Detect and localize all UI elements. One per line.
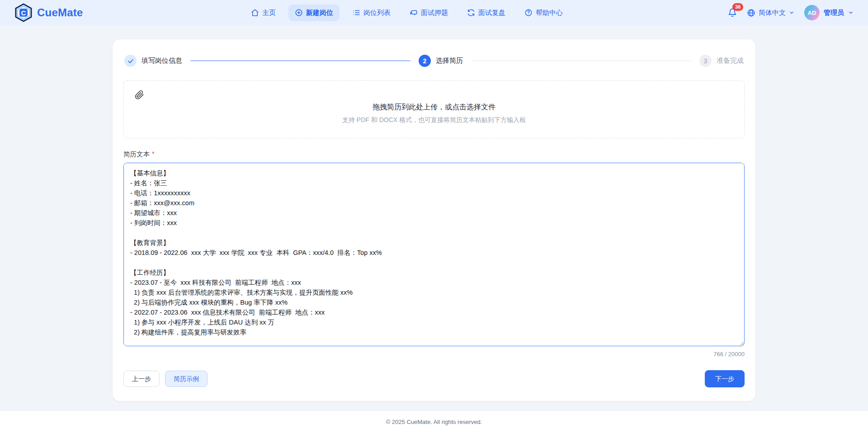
step-select-resume: 2 选择简历 (419, 55, 463, 67)
chevron-down-icon (789, 10, 794, 15)
dropzone-sub-text: 支持 PDF 和 DOCX 格式，也可直接将简历文本粘贴到下方输入框 (135, 116, 733, 124)
step-3-circle: 3 (699, 55, 712, 67)
char-counter: 766 / 20000 (123, 351, 745, 358)
plus-circle-icon (295, 9, 303, 17)
avatar: AD (804, 5, 820, 20)
step-ready: 3 准备完成 (699, 55, 744, 67)
resume-example-button[interactable]: 简历示例 (165, 371, 208, 387)
nav-item-interview-questions[interactable]: 面试押题 (403, 5, 454, 21)
step-2-label: 选择简历 (436, 56, 463, 65)
prev-step-button[interactable]: 上一步 (123, 371, 160, 387)
list-icon (352, 9, 360, 17)
nav-item-home[interactable]: 主页 (245, 5, 282, 21)
dropzone-texts: 拖拽简历到此处上传，或点击选择文件 支持 PDF 和 DOCX 格式，也可直接将… (135, 103, 733, 124)
cuemate-logo-icon: C (14, 3, 33, 22)
step-fill-position-info: 填写岗位信息 (124, 55, 182, 67)
top-navigation: C CueMate 主页 新建岗位 岗位列表 面试押题 面试复盘 帮助中心 (0, 0, 868, 25)
user-menu[interactable]: AD 管理员 (804, 5, 854, 20)
home-icon (251, 9, 259, 17)
nav-right-group: 38 简体中文 AD 管理员 (664, 5, 854, 20)
step-2-circle: 2 (419, 55, 431, 67)
step-1-circle (124, 55, 137, 67)
language-selector[interactable]: 简体中文 (747, 9, 794, 17)
nav-label: 面试复盘 (478, 9, 505, 17)
main-nav: 主页 新建岗位 岗位列表 面试押题 面试复盘 帮助中心 (150, 5, 664, 21)
help-icon (524, 9, 533, 17)
nav-label: 帮助中心 (536, 9, 563, 17)
svg-text:C: C (21, 9, 26, 17)
resume-label-text: 简历文本 (123, 150, 150, 159)
step-connector-done (190, 61, 410, 61)
chevron-down-icon (848, 10, 854, 15)
nav-label: 面试押题 (421, 9, 448, 17)
check-icon (127, 58, 134, 64)
nav-item-position-list[interactable]: 岗位列表 (346, 5, 397, 21)
notification-badge: 38 (732, 3, 743, 11)
resume-text-input[interactable]: 【基本信息】 - 姓名：张三 - 电话：1xxxxxxxxxx - 邮箱：xxx… (123, 163, 745, 346)
required-asterisk: * (152, 150, 155, 159)
wizard-card: 填写岗位信息 2 选择简历 3 准备完成 拖拽简历到此处上传，或点击选择文件 支… (112, 39, 756, 401)
nav-item-help-center[interactable]: 帮助中心 (518, 5, 569, 21)
page-footer: © 2025 CueMate. All rights reserved. (0, 410, 868, 433)
wizard-actions: 上一步 简历示例 下一步 (123, 370, 745, 387)
user-role-label: 管理员 (824, 9, 844, 17)
main-content: 填写岗位信息 2 选择简历 3 准备完成 拖拽简历到此处上传，或点击选择文件 支… (112, 39, 756, 410)
globe-icon (747, 9, 755, 17)
brand-name: CueMate (37, 6, 83, 19)
resume-upload-dropzone[interactable]: 拖拽简历到此处上传，或点击选择文件 支持 PDF 和 DOCX 格式，也可直接将… (123, 80, 745, 138)
step-1-label: 填写岗位信息 (142, 56, 182, 65)
nav-item-interview-review[interactable]: 面试复盘 (461, 5, 512, 21)
stepper: 填写岗位信息 2 选择简历 3 准备完成 (123, 51, 745, 69)
nav-label: 主页 (262, 9, 276, 17)
brand-logo[interactable]: C CueMate (14, 3, 150, 22)
step-3-label: 准备完成 (717, 56, 744, 65)
next-step-button[interactable]: 下一步 (705, 370, 745, 387)
copyright-text: © 2025 CueMate. All rights reserved. (386, 419, 482, 425)
language-label: 简体中文 (759, 9, 786, 17)
chat-icon (410, 9, 418, 17)
resume-text-label: 简历文本 * (123, 150, 745, 159)
notifications-button[interactable]: 38 (728, 8, 737, 17)
nav-label: 新建岗位 (306, 9, 333, 17)
step-connector-pending (471, 61, 691, 61)
dropzone-main-text: 拖拽简历到此处上传，或点击选择文件 (135, 103, 733, 112)
nav-item-new-position[interactable]: 新建岗位 (288, 5, 340, 21)
nav-label: 岗位列表 (363, 9, 391, 17)
refresh-icon (467, 9, 475, 17)
paperclip-icon (135, 90, 144, 100)
